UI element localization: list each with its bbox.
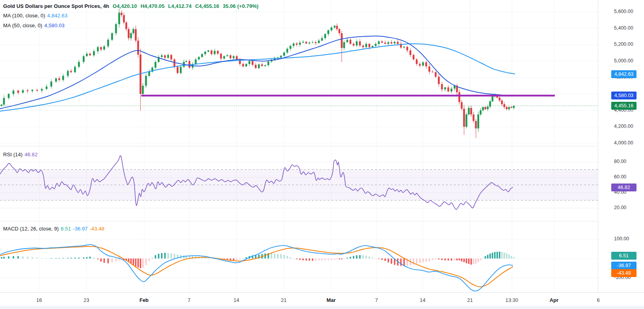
change-value: 35.06 (+0.79%): [223, 3, 258, 9]
ma100-legend-row[interactable]: MA (100, close, 0)4,842.63: [3, 13, 67, 19]
price-tick-label: 5,000.00: [614, 58, 633, 64]
macd-hist-value: 6.51: [61, 226, 71, 232]
time-tick-label: Apr: [550, 297, 558, 303]
rsi-tick-label: 80.00: [614, 159, 626, 164]
ma100-label: MA (100, close, 0): [3, 13, 45, 19]
ma50-badge: 4,580.03: [611, 92, 637, 99]
chart-canvas[interactable]: [0, 0, 644, 309]
last-price-badge: 4,455.16: [611, 102, 637, 110]
symbol-title: Gold US Dollars per Ounce Spot Prices, 4…: [3, 3, 109, 9]
price-tick-label: 4,000.00: [614, 140, 633, 146]
time-tick-label: 21: [467, 297, 473, 303]
bottom-strip: [0, 306, 644, 309]
macd-legend-row[interactable]: MACD (12, 26, close, 9)6.51-36.97-43.48: [3, 226, 105, 232]
time-tick-label: Mar: [326, 297, 335, 303]
macd-pane: [0, 245, 515, 291]
price-tick-label: 5,200.00: [614, 41, 633, 47]
macd-line-value: -36.97: [73, 226, 88, 232]
time-tick-label: Feb: [139, 297, 148, 303]
rsi-badge: 46.82: [611, 184, 637, 191]
price-axis-border: [598, 0, 598, 292]
price-tick-label: 4,200.00: [614, 124, 633, 129]
moving-averages: [0, 36, 515, 111]
ma100-value: 4,842.63: [47, 13, 67, 19]
time-axis-border: [0, 292, 644, 293]
price-tick-label: 5,600.00: [614, 9, 633, 14]
price-tick-label: 5,400.00: [614, 25, 633, 31]
time-tick-label: 6: [597, 297, 599, 303]
rsi-tick-label: 60.00: [614, 174, 626, 180]
ma100-badge: 4,842.63: [611, 70, 637, 78]
ma50-value: 4,580.03: [44, 22, 64, 28]
ma50-legend-row[interactable]: MA (50, close, 0)4,580.03: [3, 22, 65, 28]
rsi-tick-label: 20.00: [614, 205, 626, 210]
trading-chart-window: Gold US Dollars per Ounce Spot Prices, 4…: [0, 0, 644, 309]
time-tick-label: 14: [234, 297, 239, 303]
macd-line-badge: -36.97: [611, 262, 637, 270]
macd-label: MACD (12, 26, close, 9): [3, 226, 59, 232]
ma50-label: MA (50, close, 0): [3, 22, 42, 28]
high-value: H4,470.05: [140, 3, 165, 9]
time-tick-label: 7: [375, 297, 378, 303]
open-value: O4,420.10: [113, 3, 137, 9]
main-legend-row[interactable]: Gold US Dollars per Ounce Spot Prices, 4…: [3, 3, 258, 9]
rsi-legend-row[interactable]: RSI (14)46.82: [3, 152, 37, 157]
macd-tick-label: 100.00: [614, 236, 629, 242]
close-value: C4,455.16: [195, 3, 219, 9]
macd-signal-badge: -43.48: [611, 269, 637, 277]
time-tick-label: 21: [281, 297, 286, 303]
low-value: L4,412.74: [168, 3, 191, 9]
time-tick-label: 16: [36, 297, 42, 303]
overlays: [0, 96, 598, 106]
time-tick-label: 13:30: [505, 297, 519, 303]
macd-signal-value: -43.48: [90, 226, 104, 232]
time-tick-label: 7: [187, 297, 190, 303]
rsi-value: 46.82: [24, 152, 37, 157]
candlestick-series: [1, 9, 515, 138]
rsi-label: RSI (14): [3, 152, 22, 157]
macd-hist-badge: 6.51: [611, 252, 637, 260]
time-tick-label: 14: [420, 297, 425, 303]
time-tick-label: 23: [84, 297, 89, 303]
rsi-pane: [0, 155, 598, 210]
